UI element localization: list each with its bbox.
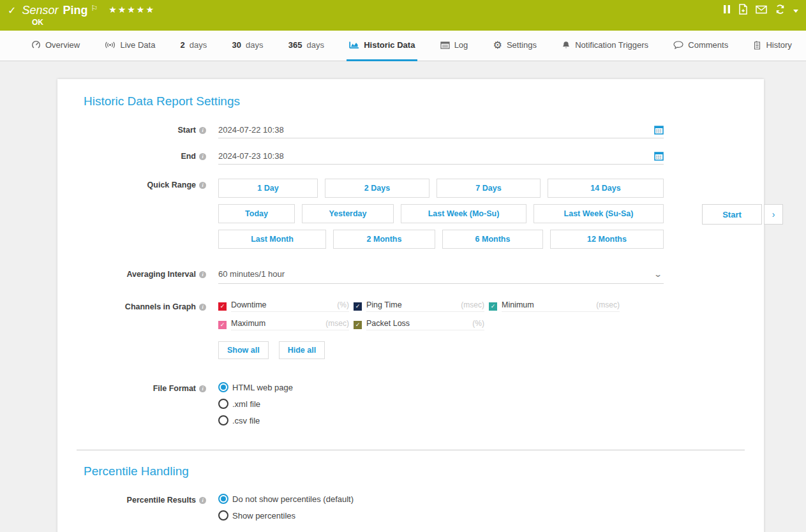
tab-number: 30 (232, 40, 241, 50)
option-label: Do not show percentiles (default) (232, 494, 354, 504)
tab-notification-triggers[interactable]: Notification Triggers (559, 31, 651, 61)
quick-range-last-week-mo-su-button[interactable]: Last Week (Mo-Su) (401, 204, 526, 223)
percentile-show-option[interactable]: Show percentiles (218, 510, 664, 521)
quick-range-last-week-su-sa-button[interactable]: Last Week (Su-Sa) (534, 204, 664, 223)
tab-number: 2 (181, 40, 185, 50)
show-all-button[interactable]: Show all (218, 341, 269, 359)
checkbox-checked-icon[interactable] (354, 321, 362, 329)
option-label: HTML web page (232, 383, 293, 392)
tab-bar: Overview Live Data 2 days 30 days 365 da… (0, 31, 806, 61)
channel-ping-time[interactable]: Ping Time(msec) (354, 300, 484, 312)
checkbox-checked-icon[interactable] (218, 321, 227, 329)
percentile-no-show-option[interactable]: Do not show percentiles (default) (218, 494, 664, 504)
tab-settings[interactable]: ⚙ Settings (491, 31, 539, 61)
quick-range-today-button[interactable]: Today (218, 204, 295, 223)
section-divider (77, 450, 745, 450)
file-format-label: File Format (153, 384, 196, 393)
quick-range-6-months-button[interactable]: 6 Months (442, 230, 543, 249)
info-icon[interactable]: i (199, 271, 206, 278)
bell-icon (562, 41, 571, 50)
info-icon[interactable]: i (199, 497, 206, 504)
end-row: End i 2024-07-23 10:38 (77, 150, 745, 165)
start-options-chevron-button[interactable]: › (764, 204, 783, 225)
radio-selected-icon[interactable] (218, 382, 228, 392)
channel-unit: (%) (472, 319, 484, 328)
hide-all-button[interactable]: Hide all (279, 341, 325, 359)
tab-2-days[interactable]: 2 days (178, 31, 210, 61)
averaging-interval-select[interactable]: 60 minutes/1 hour ⌄ (218, 268, 664, 284)
channel-packet-loss[interactable]: Packet Loss(%) (354, 319, 484, 330)
start-row: Start i 2024-07-22 10:38 (77, 124, 745, 138)
start-report-button[interactable]: Start (702, 204, 762, 225)
info-icon[interactable]: i (199, 385, 206, 392)
quick-range-2-days-button[interactable]: 2 Days (325, 179, 429, 198)
calendar-icon[interactable] (654, 151, 664, 161)
gear-icon: ⚙ (493, 40, 502, 50)
channel-maximum[interactable]: Maximum(msec) (218, 319, 349, 330)
checkbox-checked-icon[interactable] (218, 302, 227, 311)
info-icon[interactable]: i (199, 127, 206, 134)
refresh-icon[interactable] (775, 4, 786, 17)
file-format-xml-option[interactable]: .xml file (218, 399, 664, 409)
add-report-icon[interactable] (738, 4, 748, 17)
radio-icon[interactable] (218, 415, 228, 425)
quick-range-last-month-button[interactable]: Last Month (218, 230, 326, 249)
tab-overview[interactable]: Overview (29, 31, 82, 61)
tab-365-days[interactable]: 365 days (286, 31, 327, 61)
end-label: End (181, 152, 196, 161)
tab-log[interactable]: Log (438, 31, 471, 61)
tab-live-data[interactable]: Live Data (102, 31, 158, 61)
channels-in-graph-label: Channels in Graph (125, 302, 196, 311)
quick-range-12-months-button[interactable]: 12 Months (550, 230, 664, 249)
file-format-csv-option[interactable]: .csv file (218, 415, 664, 425)
checkbox-checked-icon[interactable] (354, 302, 362, 311)
tab-label: History (766, 40, 791, 50)
status-badge: OK (32, 18, 43, 27)
tab-label: Settings (507, 40, 537, 50)
settings-panel: Historic Data Report Settings Start i 20… (57, 79, 764, 532)
quick-range-2-months-button[interactable]: 2 Months (333, 230, 435, 249)
channel-downtime[interactable]: Downtime(%) (218, 300, 349, 312)
radio-selected-icon[interactable] (218, 494, 228, 504)
channel-name: Maximum (231, 319, 265, 328)
tab-historic-data[interactable]: Historic Data (347, 31, 417, 61)
averaging-interval-label: Averaging Interval (126, 270, 196, 279)
start-date-input[interactable]: 2024-07-22 10:38 (218, 124, 664, 138)
radio-icon[interactable] (218, 399, 228, 409)
tab-label: days (246, 40, 263, 50)
flag-icon[interactable]: ⚐ (91, 4, 98, 13)
chevron-down-icon: ⌄ (653, 270, 662, 279)
end-date-input[interactable]: 2024-07-23 10:38 (218, 150, 664, 165)
section-title: Historic Data Report Settings (84, 94, 745, 108)
chevron-down-icon[interactable] (793, 10, 798, 13)
quick-range-1-day-button[interactable]: 1 Day (218, 179, 318, 198)
start-report-controls: Start › (702, 204, 783, 225)
mail-icon[interactable] (756, 5, 767, 17)
tab-history[interactable]: History (750, 31, 794, 61)
chart-icon (349, 41, 359, 49)
file-format-html-option[interactable]: HTML web page (218, 382, 664, 392)
info-icon[interactable]: i (199, 153, 206, 160)
broadcast-icon (105, 41, 116, 49)
calendar-icon[interactable] (654, 125, 664, 135)
history-icon (753, 41, 761, 50)
percentile-results-label: Percentile Results (127, 496, 196, 505)
channel-minimum[interactable]: Minimum(msec) (489, 300, 620, 312)
quick-range-14-days-button[interactable]: 14 Days (548, 179, 664, 198)
tab-30-days[interactable]: 30 days (230, 31, 266, 61)
quick-range-7-days-button[interactable]: 7 Days (437, 179, 541, 198)
checkbox-checked-icon[interactable] (489, 302, 497, 311)
tab-label: days (306, 40, 324, 50)
channel-name: Packet Loss (366, 319, 410, 328)
option-label: .csv file (232, 416, 260, 425)
channel-unit: (%) (337, 300, 349, 309)
tab-label: Overview (45, 40, 80, 50)
quick-range-yesterday-button[interactable]: Yesterday (302, 204, 394, 223)
info-icon[interactable]: i (199, 182, 206, 189)
tab-comments[interactable]: Comments (671, 31, 731, 61)
radio-icon[interactable] (218, 510, 228, 521)
pause-icon[interactable] (723, 4, 731, 17)
priority-stars[interactable]: ★★★★★ (108, 4, 155, 15)
tab-label: Comments (688, 40, 728, 50)
info-icon[interactable]: i (199, 304, 206, 311)
